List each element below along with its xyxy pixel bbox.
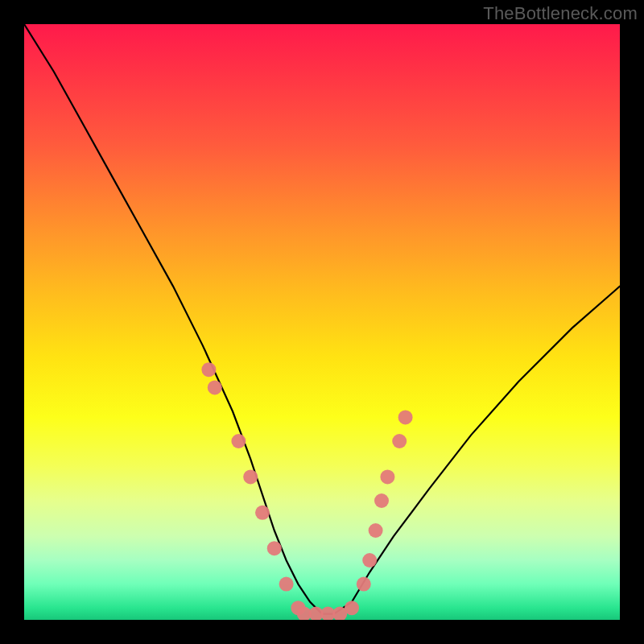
marker-dot [398,410,413,424]
marker-dot [374,493,389,508]
bottleneck-curve [24,24,620,614]
marker-dot [231,434,246,448]
watermark-text: TheBottleneck.com [483,3,638,24]
marker-dot [345,601,359,615]
chart-frame: TheBottleneck.com [0,0,644,644]
marker-dot [243,469,258,484]
marker-dot [267,541,282,555]
curve-markers [201,362,412,620]
marker-dot [201,362,216,377]
marker-dot [357,577,371,592]
marker-dot [380,469,394,484]
marker-dot [255,506,270,520]
marker-dot [369,523,383,538]
plot-area [24,24,620,620]
curve-layer [24,24,620,620]
marker-dot [279,577,294,592]
marker-dot [392,434,407,448]
marker-dot [362,553,377,568]
marker-dot [208,380,222,394]
